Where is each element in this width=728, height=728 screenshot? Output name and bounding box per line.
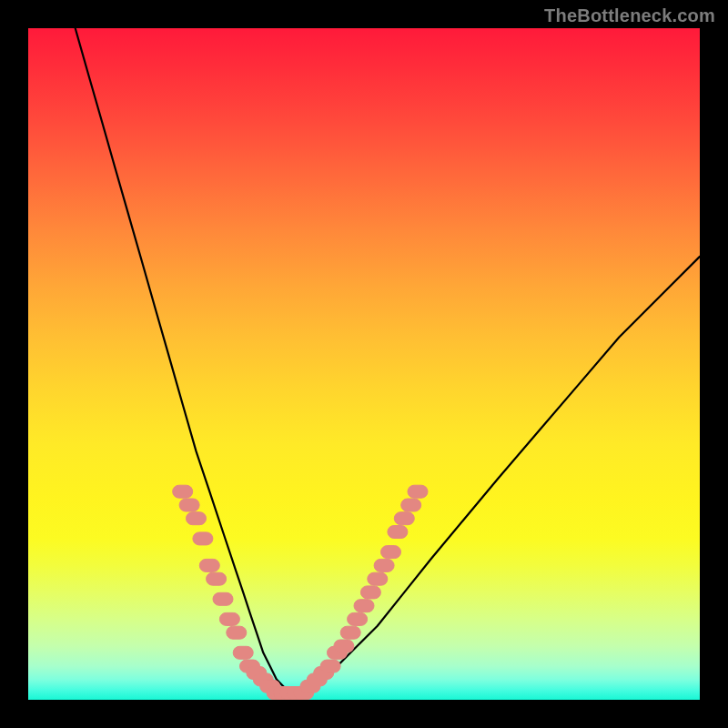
chart-stage: TheBottleneck.com — [0, 0, 728, 728]
marker — [187, 512, 207, 525]
marker — [360, 586, 380, 599]
marker — [388, 526, 408, 539]
watermark-text: TheBottleneck.com — [544, 5, 715, 26]
marker — [348, 612, 368, 625]
marker — [213, 592, 233, 605]
marker — [219, 612, 239, 625]
marker — [368, 572, 388, 585]
marker — [320, 660, 340, 672]
marker — [179, 499, 199, 511]
marker — [381, 546, 401, 559]
marker — [199, 559, 219, 571]
plot-area — [28, 28, 700, 700]
marker — [408, 485, 428, 498]
marker — [354, 600, 374, 612]
marker — [193, 532, 213, 545]
marker — [334, 640, 354, 652]
highlighted-points — [173, 485, 428, 699]
marker — [233, 646, 253, 659]
marker — [340, 626, 360, 639]
marker — [401, 499, 421, 511]
marker — [394, 512, 414, 525]
marker — [173, 485, 193, 498]
marker — [227, 626, 247, 639]
marker — [207, 572, 227, 585]
markers-layer — [28, 28, 700, 700]
marker — [374, 559, 394, 571]
